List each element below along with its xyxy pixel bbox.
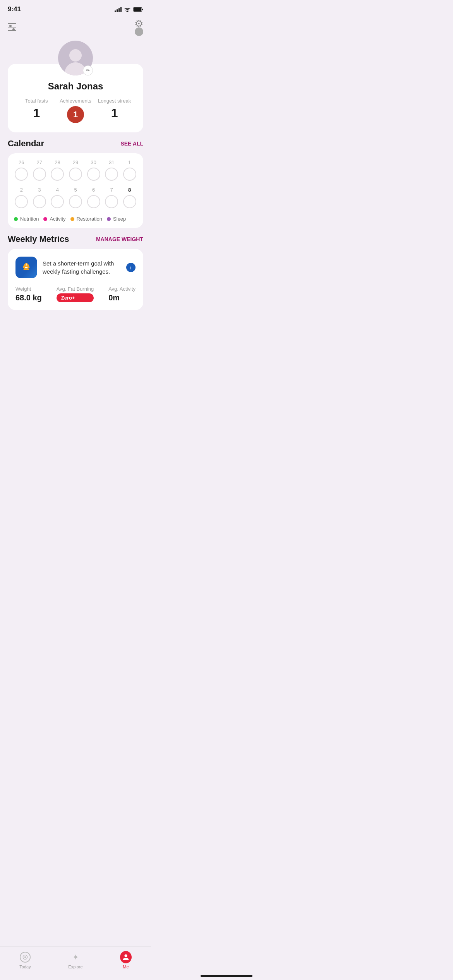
svg-rect-2 xyxy=(142,9,143,10)
profile-stats: Total fasts 1 Achievements 1 Longest str… xyxy=(17,98,134,123)
metrics-header: Weekly Metrics MANAGE WEIGHT xyxy=(8,234,143,244)
calendar-card: 26 27 28 29 30 31 1 2 3 4 5 6 7 8 Nutrit… xyxy=(8,153,143,228)
achievements-label: Achievements xyxy=(60,98,91,104)
profile-section: ✏ Sarah Jonas Total fasts 1 Achievements… xyxy=(0,41,151,139)
battery-icon xyxy=(133,7,143,12)
signal-icon xyxy=(115,7,122,12)
avg-fat-burning-label: Avg. Fat Burning xyxy=(57,286,94,292)
cal-day-31: 31 xyxy=(104,159,119,181)
restoration-label: Restoration xyxy=(77,216,102,222)
cal-day-30: 30 xyxy=(86,159,101,181)
achievements-badge: 1 xyxy=(67,106,84,123)
legend-restoration: Restoration xyxy=(70,216,102,222)
nutrition-label: Nutrition xyxy=(20,216,39,222)
cal-day-26: 26 xyxy=(14,159,29,181)
sleep-dot xyxy=(107,217,111,221)
cal-day-5: 5 xyxy=(68,187,83,208)
cal-day-27: 27 xyxy=(32,159,47,181)
legend-nutrition: Nutrition xyxy=(14,216,39,222)
activity-dot xyxy=(43,217,47,221)
total-fasts-value: 1 xyxy=(33,106,40,120)
nutrition-dot xyxy=(14,217,18,221)
weight-metric: Weight 68.0 kg xyxy=(15,286,42,302)
profile-name: Sarah Jonas xyxy=(48,81,103,92)
top-nav: ⚙ xyxy=(0,15,151,41)
calendar-section: Calendar SEE ALL 26 27 28 29 30 31 1 2 3… xyxy=(0,139,151,234)
longest-streak-stat: Longest streak 1 xyxy=(95,98,134,123)
weekly-metrics-section: Weekly Metrics MANAGE WEIGHT Set a short… xyxy=(0,234,151,316)
avg-activity-value: 0m xyxy=(108,293,136,302)
cal-day-28: 28 xyxy=(50,159,65,181)
zero-plus-badge: Zero+ xyxy=(57,293,94,302)
activity-label: Activity xyxy=(50,216,65,222)
weight-value: 68.0 kg xyxy=(15,293,42,302)
cal-day-8: 8 xyxy=(122,187,137,208)
legend-sleep: Sleep xyxy=(107,216,126,222)
avg-activity-label: Avg. Activity xyxy=(108,286,136,292)
longest-streak-label: Longest streak xyxy=(98,98,131,104)
settings-button[interactable]: ⚙ xyxy=(134,18,143,36)
avg-fat-burning-metric: Avg. Fat Burning Zero+ xyxy=(57,286,94,302)
total-fasts-label: Total fasts xyxy=(25,98,48,104)
challenge-text: Set a shorter-term goal with weekly fast… xyxy=(43,259,121,276)
rocket-icon xyxy=(20,261,33,274)
challenge-icon xyxy=(15,257,37,278)
challenge-row: Set a shorter-term goal with weekly fast… xyxy=(15,257,136,278)
wifi-icon xyxy=(124,7,131,12)
total-fasts-stat: Total fasts 1 xyxy=(17,98,56,123)
settings-avatar xyxy=(135,27,143,36)
edit-avatar-button[interactable]: ✏ xyxy=(83,65,93,75)
cal-day-3: 3 xyxy=(32,187,47,208)
legend-activity: Activity xyxy=(43,216,65,222)
metrics-values-row: Weight 68.0 kg Avg. Fat Burning Zero+ Av… xyxy=(15,286,136,302)
info-button[interactable]: i xyxy=(126,263,136,272)
status-time: 9:41 xyxy=(8,5,21,13)
filter-button[interactable] xyxy=(8,23,19,31)
calendar-header: Calendar SEE ALL xyxy=(8,139,143,149)
cal-day-7: 7 xyxy=(104,187,119,208)
avatar-wrapper: ✏ xyxy=(58,41,93,75)
manage-weight-button[interactable]: MANAGE WEIGHT xyxy=(96,236,143,242)
svg-rect-1 xyxy=(134,8,141,11)
achievements-stat: Achievements 1 xyxy=(56,98,95,123)
metrics-title: Weekly Metrics xyxy=(8,234,69,244)
weight-label: Weight xyxy=(15,286,42,292)
calendar-title: Calendar xyxy=(8,139,44,149)
longest-streak-value: 1 xyxy=(111,106,118,120)
cal-day-29: 29 xyxy=(68,159,83,181)
cal-day-2: 2 xyxy=(14,187,29,208)
calendar-row-2: 2 3 4 5 6 7 8 xyxy=(14,187,137,208)
avg-activity-metric: Avg. Activity 0m xyxy=(108,286,136,302)
status-bar: 9:41 xyxy=(0,0,151,15)
sleep-label: Sleep xyxy=(113,216,126,222)
metrics-card: Set a shorter-term goal with weekly fast… xyxy=(8,249,143,310)
cal-day-4: 4 xyxy=(50,187,65,208)
cal-day-6: 6 xyxy=(86,187,101,208)
calendar-legend: Nutrition Activity Restoration Sleep xyxy=(14,214,137,222)
calendar-row-1: 26 27 28 29 30 31 1 xyxy=(14,159,137,181)
calendar-see-all-button[interactable]: SEE ALL xyxy=(120,140,143,147)
status-icons xyxy=(115,7,143,12)
cal-day-1: 1 xyxy=(122,159,137,181)
restoration-dot xyxy=(70,217,74,221)
